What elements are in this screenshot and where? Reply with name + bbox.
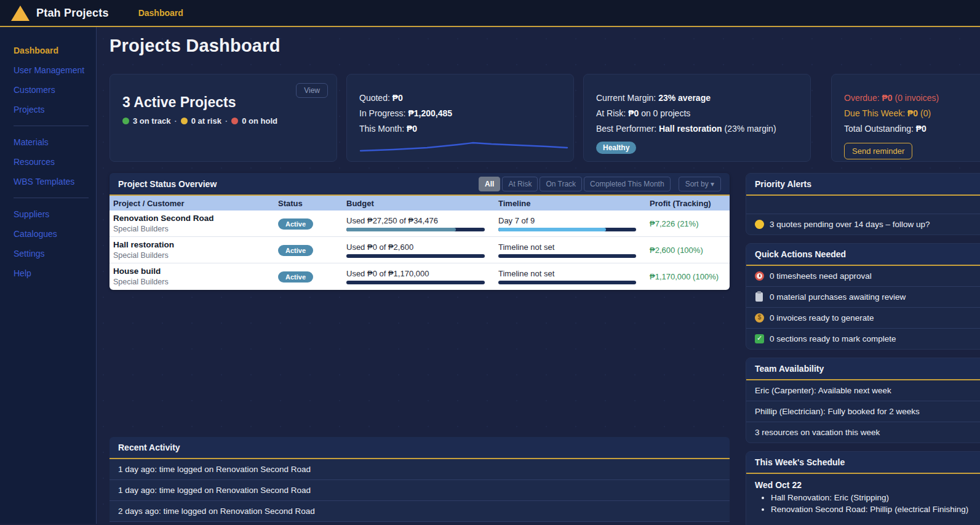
- due-this-week-line: Due This Week: ₱0 (0): [844, 108, 980, 118]
- recent-activity-title: Recent Activity: [110, 437, 730, 459]
- left-sidebar: Dashboard User Management Customers Proj…: [0, 27, 97, 524]
- status-badge: Active: [278, 218, 313, 230]
- send-reminder-button[interactable]: Send reminder: [844, 143, 912, 159]
- project-name[interactable]: Hall restoration: [113, 239, 274, 250]
- alert-text: 3 quotes pending over 14 days – follow u…: [770, 220, 930, 229]
- timeline-label: Day 7 of 9: [498, 216, 636, 225]
- overdue-value: ₱0: [882, 93, 892, 103]
- team-availability-item: Phillip (Electrician): Fully booked for …: [746, 401, 980, 422]
- activity-item: 1 day ago: time logged on Renovation Sec…: [110, 480, 730, 501]
- sidebar-item-help[interactable]: Help: [14, 263, 96, 283]
- pipeline-sparkline-chart: [359, 137, 568, 154]
- filter-at-risk-button[interactable]: At Risk: [502, 177, 538, 191]
- this-month-line: This Month: ₱0: [359, 124, 561, 134]
- quick-action-text: 0 material purchases awaiting review: [770, 292, 906, 302]
- sidebar-item-customers[interactable]: Customers: [14, 80, 96, 100]
- due-this-week-label: Due This Week:: [844, 108, 905, 118]
- column-budget: Budget: [343, 199, 495, 208]
- project-name[interactable]: Renovation Second Road: [113, 213, 274, 224]
- view-button[interactable]: View: [296, 83, 328, 98]
- column-status: Status: [274, 199, 343, 208]
- best-performer-value: Hall restoration: [659, 124, 722, 134]
- status-badge: Active: [278, 271, 313, 283]
- timeline-progressbar: [498, 281, 636, 284]
- alert-empty-row: [746, 196, 980, 214]
- this-month-value: ₱0: [407, 124, 417, 134]
- budget-progressbar: [346, 228, 485, 231]
- margin-at-risk-label: At Risk:: [596, 108, 626, 118]
- margin-at-risk-rest: on 0 projects: [641, 108, 690, 118]
- team-availability-title: Team Availability: [746, 358, 980, 380]
- quick-action-item[interactable]: 0 timesheets need approval: [746, 266, 980, 287]
- sidebar-item-suppliers[interactable]: Suppliers: [14, 204, 96, 224]
- main-content: Projects Dashboard View 3 Active Project…: [97, 27, 980, 524]
- right-column: Priority Alerts 3 quotes pending over 14…: [746, 173, 980, 525]
- quick-action-text: 0 sections ready to mark complete: [770, 334, 896, 343]
- margin-card: Current Margin: 23% average At Risk: ₱0 …: [583, 74, 811, 162]
- schedule-entry-list: Hall Renovation: Eric (Stripping) Renova…: [755, 493, 980, 514]
- in-progress-label: In Progress:: [359, 108, 405, 118]
- sidebar-item-materials[interactable]: Materials: [14, 132, 96, 152]
- yellow-dot-icon: [755, 220, 764, 229]
- timeline-label: Timeline not set: [498, 269, 636, 278]
- budget-label: Used ₱0 of ₱1,170,000: [346, 269, 485, 278]
- alarm-clock-icon: [755, 271, 764, 281]
- in-progress-line: In Progress: ₱1,200,485: [359, 108, 561, 118]
- table-row[interactable]: House build Special Builders Active Used…: [110, 263, 730, 290]
- margin-at-risk-value: ₱0: [628, 108, 639, 118]
- sidebar-item-catalogues[interactable]: Catalogues: [14, 224, 96, 244]
- sidebar-item-wbs-templates[interactable]: WBS Templates: [14, 172, 96, 191]
- activity-item: 2 days ago: time logged on Renovation Se…: [110, 501, 730, 522]
- quick-actions-card: Quick Actions Needed 0 timesheets need a…: [746, 243, 980, 350]
- total-outstanding-value: ₱0: [916, 124, 926, 134]
- team-availability-item: Eric (Carpenter): Available next week: [746, 380, 980, 401]
- sidebar-item-projects[interactable]: Projects: [14, 100, 96, 119]
- quick-action-item[interactable]: 0 material purchases awaiting review: [746, 287, 980, 308]
- weekly-schedule-title: This Week's Schedule: [746, 452, 980, 474]
- overdue-label: Overdue:: [844, 93, 880, 103]
- dot-separator: ·: [225, 116, 228, 126]
- timeline-progressbar: [498, 254, 636, 258]
- sidebar-item-resources[interactable]: Resources: [14, 152, 96, 172]
- on-hold-dot-icon: [231, 118, 238, 124]
- table-column-header: Project / Customer Status Budget Timelin…: [110, 196, 730, 210]
- sort-by-dropdown[interactable]: Sort by ▾: [679, 177, 721, 191]
- schedule-entry: Renovation Second Road: Phillip (electri…: [771, 505, 980, 514]
- sidebar-item-settings[interactable]: Settings: [14, 244, 96, 263]
- quick-action-text: 0 invoices ready to generate: [770, 313, 874, 323]
- budget-label: Used ₱27,250 of ₱34,476: [346, 216, 485, 225]
- project-name[interactable]: House build: [113, 266, 274, 277]
- quick-actions-title: Quick Actions Needed: [746, 244, 980, 266]
- sidebar-item-user-management[interactable]: User Management: [14, 60, 96, 80]
- in-progress-value: ₱1,200,485: [408, 108, 452, 118]
- timeline-label: Timeline not set: [498, 242, 636, 252]
- sidebar-divider: [14, 126, 89, 126]
- budget-progressbar: [346, 281, 485, 284]
- clipboard-icon: [755, 292, 763, 302]
- sidebar-divider: [14, 198, 89, 198]
- healthy-badge: Healthy: [596, 142, 636, 154]
- column-timeline: Timeline: [495, 199, 646, 208]
- filter-completed-button[interactable]: Completed This Month: [584, 177, 671, 191]
- quoted-label: Quoted:: [359, 93, 390, 103]
- topnav-link-dashboard[interactable]: Dashboard: [138, 8, 183, 18]
- column-profit: Profit (Tracking): [646, 199, 730, 208]
- project-customer: Special Builders: [113, 250, 274, 260]
- current-margin-label: Current Margin:: [596, 93, 656, 103]
- schedule-day-label: Wed Oct 22: [755, 480, 980, 490]
- table-header-bar: Project Status Overview All At Risk On T…: [110, 173, 730, 196]
- filter-all-button[interactable]: All: [479, 177, 500, 191]
- timeline-progressbar: [498, 228, 636, 231]
- left-column: Project Status Overview All At Risk On T…: [110, 173, 730, 522]
- sidebar-item-dashboard[interactable]: Dashboard: [14, 41, 96, 60]
- filter-on-track-button[interactable]: On Track: [540, 177, 582, 191]
- priority-alerts-title: Priority Alerts: [746, 174, 980, 196]
- table-row[interactable]: Hall restoration Special Builders Active…: [110, 237, 730, 263]
- quick-action-item[interactable]: 0 sections ready to mark complete: [746, 329, 980, 349]
- quick-action-item[interactable]: 0 invoices ready to generate: [746, 308, 980, 329]
- priority-alerts-card: Priority Alerts 3 quotes pending over 14…: [746, 173, 980, 235]
- best-performer-line: Best Performer: Hall restoration (23% ma…: [596, 124, 798, 134]
- activity-item: 1 day ago: time logged on Renovation Sec…: [110, 459, 730, 480]
- table-row[interactable]: Renovation Second Road Special Builders …: [110, 210, 730, 237]
- on-track-label: 3 on track: [133, 116, 170, 126]
